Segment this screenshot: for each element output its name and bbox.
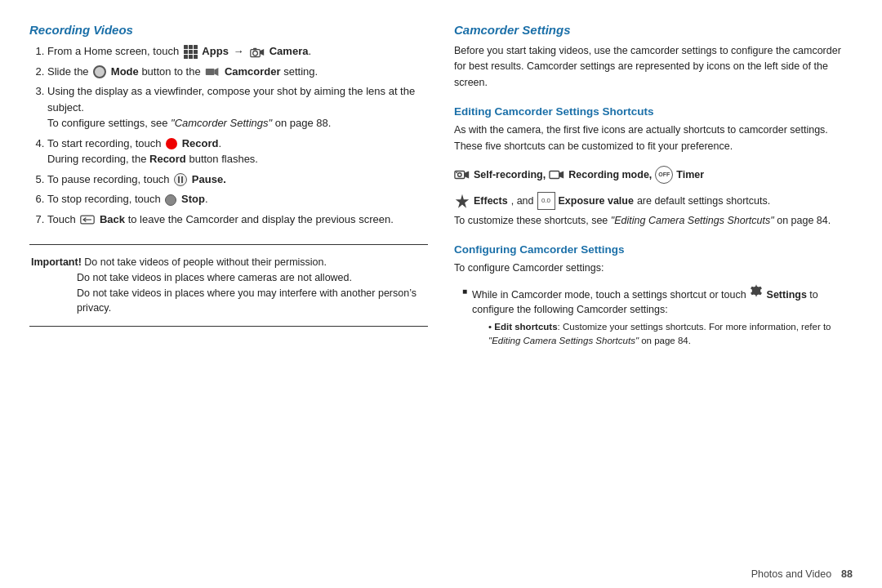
step-6: To stop recording, touch Stop. — [47, 191, 428, 207]
camera-icon — [250, 47, 265, 58]
important-text: Do not take videos of people without the… — [84, 256, 327, 268]
svg-marker-5 — [215, 68, 219, 76]
exposure-icon: 0.0 — [537, 192, 555, 210]
important-block: Important! Do not take videos of people … — [29, 255, 428, 270]
step-1-text: From a Home screen, touch Apps → Ca — [47, 45, 311, 57]
self-recording-label: Self-recording, — [474, 169, 546, 180]
step-7: Touch Back to leave the Camcorder and di… — [47, 212, 428, 228]
svg-marker-10 — [465, 171, 469, 178]
mode-icon — [93, 65, 106, 78]
svg-point-11 — [456, 172, 457, 173]
config-intro: To configure Camcorder settings: — [454, 261, 853, 276]
settings-gear-icon — [749, 283, 764, 298]
timer-label: Timer — [676, 169, 704, 180]
config-bullet-1-text: While in Camcorder mode, touch a setting… — [472, 283, 853, 349]
icons-row-1: Self-recording, Recording mode, OFF Time… — [454, 166, 853, 184]
customize-text: To customize these shortcuts, see "Editi… — [454, 213, 853, 229]
svg-point-1 — [253, 51, 258, 56]
camcorder-label: Camcorder — [225, 65, 281, 78]
apps-label: Apps — [202, 45, 229, 57]
step-1: From a Home screen, touch Apps → Ca — [47, 43, 428, 60]
arrow-icon: → — [233, 43, 243, 60]
step-4: To start recording, touch Record. During… — [47, 136, 428, 167]
steps-list: From a Home screen, touch Apps → Ca — [29, 43, 428, 231]
self-recording-icon — [454, 168, 470, 181]
step-3-text: Using the display as a viewfinder, compo… — [47, 85, 428, 131]
recording-mode-label: Recording mode, — [568, 169, 652, 180]
pause-label: Pause. — [192, 173, 226, 185]
config-list: While in Camcorder mode, touch a setting… — [454, 283, 853, 353]
svg-marker-13 — [559, 171, 564, 178]
back-label: Back — [100, 213, 125, 225]
footer-label: Photos and Video — [751, 568, 831, 580]
page-footer: Photos and Video 88 — [0, 564, 882, 588]
pause-icon — [174, 173, 187, 186]
step-6-text: To stop recording, touch Stop. — [47, 193, 208, 205]
svg-rect-4 — [206, 69, 215, 75]
back-icon — [80, 214, 95, 225]
effects-label: Effects — [474, 195, 508, 207]
section-title-camcorder: Camcorder Settings — [454, 23, 853, 37]
divider-bottom — [29, 326, 428, 327]
stop-icon — [165, 194, 176, 206]
editing-shortcuts-title: Editing Camcorder Settings Shortcuts — [454, 105, 853, 118]
svg-point-9 — [458, 173, 462, 177]
step-2: Slide the Mode button to the Camcorder s… — [47, 64, 428, 80]
exposure-label: Exposure value — [559, 195, 634, 207]
step-5-text: To pause recording, touch Pause. — [47, 173, 226, 185]
section-title-recording: Recording Videos — [29, 23, 428, 37]
step-7-text: Touch Back to leave the Camcorder and di… — [47, 213, 394, 225]
right-column: Camcorder Settings Before you start taki… — [454, 23, 853, 547]
step-5: To pause recording, touch Pause. — [47, 172, 428, 188]
left-column: Recording Videos From a Home screen, tou… — [29, 23, 428, 547]
editing-text: As with the camera, the first five icons… — [454, 122, 853, 154]
mode-label: Mode — [111, 65, 139, 78]
important-line-1: Do not take videos in places where camer… — [29, 270, 428, 286]
record-label: Record — [182, 137, 219, 149]
config-bullet-1: While in Camcorder mode, touch a setting… — [462, 283, 853, 349]
edit-shortcuts-subbullet: Edit shortcuts: Customize your settings … — [472, 320, 853, 349]
svg-rect-12 — [550, 171, 559, 178]
page-number: 88 — [841, 568, 853, 580]
step-3: Using the display as a viewfinder, compo… — [47, 83, 428, 131]
timer-icon: OFF — [655, 166, 673, 184]
settings-label: Settings — [767, 289, 807, 301]
camcorder-intro: Before you start taking videos, use the … — [454, 43, 853, 91]
icons-row-2: Effects, and 0.0 Exposure value are defa… — [454, 192, 853, 210]
important-label: Important! — [31, 256, 82, 268]
record-icon — [166, 138, 177, 149]
step-2-text: Slide the Mode button to the Camcorder s… — [47, 65, 318, 78]
effects-icon — [454, 193, 470, 209]
svg-rect-2 — [253, 47, 256, 49]
apps-icon — [184, 45, 198, 59]
svg-marker-3 — [260, 48, 264, 55]
recording-mode-icon — [549, 168, 565, 181]
important-line-2: Do not take videos in places where you m… — [29, 286, 428, 317]
step-4-text: To start recording, touch Record. During… — [47, 137, 428, 167]
divider-top — [29, 244, 428, 245]
svg-marker-14 — [456, 194, 469, 208]
camera-label: Camera — [270, 45, 309, 57]
default-settings-text: are default settings shortcuts. — [637, 195, 770, 207]
stop-label: Stop — [181, 193, 205, 205]
camcorder-mode-icon — [205, 66, 220, 78]
configuring-title: Configuring Camcorder Settings — [454, 243, 853, 256]
